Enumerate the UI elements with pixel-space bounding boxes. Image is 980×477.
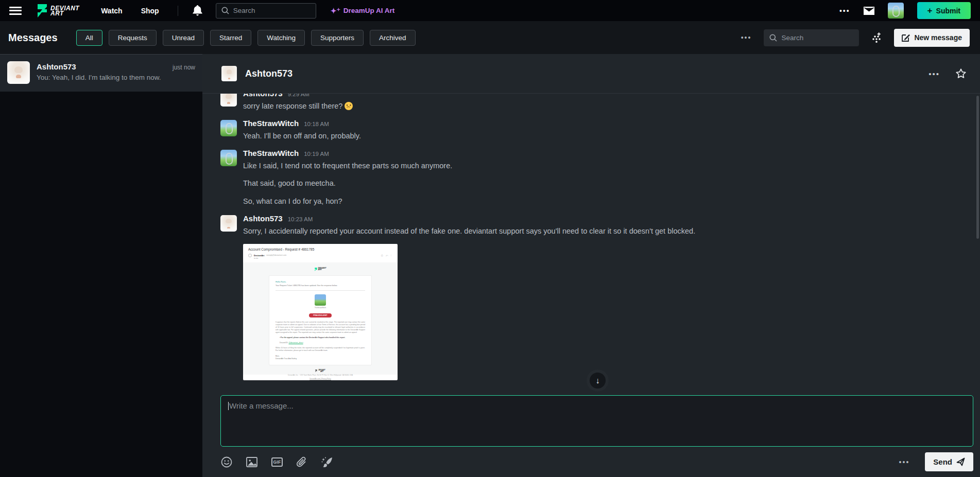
top-nav: DEVIANT ART Watch Shop ✦⁺ DreamUp AI Art… <box>0 0 980 21</box>
conversation-list: Ashton573 just now You: Yeah, I did. I'm… <box>0 54 202 477</box>
message-text: Sorry, I accidentally reported your acco… <box>243 226 810 236</box>
nav-divider <box>178 6 178 16</box>
emoji-icon[interactable] <box>221 456 232 468</box>
message-author[interactable]: TheStrawWitch <box>243 149 299 157</box>
message-avatar[interactable] <box>220 120 237 136</box>
chat-header-avatar[interactable] <box>221 66 237 81</box>
composer-placeholder: Write a message... <box>229 401 294 410</box>
email-deviantart-logo: DEVIANTART <box>243 268 398 271</box>
new-message-button[interactable]: New message <box>894 29 970 47</box>
message-composer[interactable]: Write a message... <box>220 395 973 447</box>
email-footer-address: DeviantArt, Inc. · 1747 Saint Marks Plac… <box>243 374 398 376</box>
send-plane-icon <box>956 457 965 466</box>
chat-header-name[interactable]: Ashton573 <box>245 68 293 79</box>
email-body-paragraph: It appears that the reports filed on thi… <box>276 321 365 334</box>
email-footer-links: DeviantArt.com | Privacy Policy <box>243 378 398 380</box>
filter-tab-archived[interactable]: Archived <box>370 30 416 46</box>
filter-tab-unread[interactable]: Unread <box>163 30 204 46</box>
message-text: So, what can I do for ya, hon? <box>243 197 810 206</box>
send-button[interactable]: Send <box>925 452 973 471</box>
message-text: That said, good to meetcha. <box>243 179 810 188</box>
sad-emoji-icon <box>345 102 353 110</box>
plus-icon: + <box>927 6 933 16</box>
email-greeting: Hello Rami, <box>276 280 365 283</box>
message-avatar[interactable] <box>220 150 237 166</box>
nav-link-watch[interactable]: Watch <box>101 7 122 15</box>
chat-scrollbar[interactable] <box>976 96 979 239</box>
filters-more-icon[interactable]: ••• <box>741 33 752 42</box>
conversation-item-ashton573[interactable]: Ashton573 just now You: Yeah, I did. I'm… <box>0 54 202 92</box>
message-time: 10:23 AM <box>288 216 313 222</box>
email-profile-name: TheStrawWitch <box>276 307 365 309</box>
email-discord-link: @deviantart_direct <box>288 342 303 344</box>
star-icon[interactable] <box>955 68 967 79</box>
user-avatar[interactable] <box>888 3 904 19</box>
global-search-input[interactable] <box>233 7 311 14</box>
conversation-preview: You: Yeah, I did. I'm talking to them no… <box>37 74 195 81</box>
image-icon[interactable] <box>246 457 257 467</box>
filter-tab-starred[interactable]: Starred <box>210 30 251 46</box>
email-signoff: Best,DeviantArt Trust And Safety <box>276 355 365 361</box>
email-sender-name: DeviantArt <box>254 254 264 257</box>
global-search[interactable] <box>216 3 316 19</box>
text-caret <box>228 402 229 410</box>
search-icon <box>221 7 229 14</box>
filter-tabs: All Requests Unread Starred Watching Sup… <box>76 30 416 46</box>
gif-icon[interactable]: GIF <box>271 457 283 467</box>
message-author[interactable]: Ashton573 <box>243 214 283 223</box>
sparkles-icon: ✦⁺ <box>331 7 340 15</box>
conversation-timestamp: just now <box>173 64 195 71</box>
nav-link-shop[interactable]: Shop <box>141 7 159 15</box>
menu-icon[interactable] <box>9 7 22 15</box>
message-avatar[interactable] <box>220 215 237 232</box>
messages-search-input[interactable] <box>781 34 853 42</box>
chat-panel: Ashton573 ••• Ashton573 9:29 AM sorry la… <box>202 54 980 477</box>
chat-more-icon[interactable]: ••• <box>929 69 940 78</box>
submit-button[interactable]: + Submit <box>917 2 971 19</box>
email-profile-thumbnail <box>315 294 326 306</box>
deviantart-logo[interactable]: DEVIANT ART <box>37 4 79 17</box>
message-group: TheStrawWitch 10:18 AM Yeah. I'll be on … <box>243 119 980 140</box>
deviantart-wordmark: DEVIANT ART <box>50 6 79 16</box>
composer-toolbar: GIF ••• Send <box>202 447 980 477</box>
filter-tab-all[interactable]: All <box>76 30 102 46</box>
messages-search[interactable] <box>764 29 859 46</box>
messages-envelope-icon[interactable] <box>864 7 874 15</box>
filter-tab-watching[interactable]: Watching <box>257 30 305 46</box>
filter-tab-requests[interactable]: Requests <box>109 30 157 46</box>
message-text: Yeah. I'll be on off and on, probably. <box>243 131 810 140</box>
email-discord-line: Discord ID: @deviantart_direct <box>280 342 365 344</box>
filter-tab-supporters[interactable]: Supporters <box>311 30 364 46</box>
dreamup-link[interactable]: ✦⁺ DreamUp AI Art <box>331 7 395 15</box>
notifications-bell-icon[interactable] <box>193 5 202 16</box>
messages-toolbar: Messages All Requests Unread Starred Wat… <box>0 21 980 54</box>
message-author[interactable]: Ashton573 <box>243 94 283 98</box>
attachment-paperclip-icon[interactable] <box>297 456 307 468</box>
message-group: Ashton573 9:29 AM sorry late response st… <box>243 94 980 111</box>
email-warning: Within 10 hours of filing the ticket, th… <box>276 347 365 352</box>
email-sender-avatar <box>248 254 252 257</box>
message-author[interactable]: TheStrawWitch <box>243 119 299 128</box>
email-action-icons: ⎙ ⤺ ⋮ <box>381 254 392 257</box>
stash-icon[interactable] <box>871 32 882 43</box>
message-text: sorry late response still there? <box>243 101 810 111</box>
message-avatar[interactable] <box>220 94 237 107</box>
email-intro: Your Request Ticket #4861785 has been up… <box>276 285 365 291</box>
email-footer-logo: DEVIANTART <box>243 369 398 373</box>
composer-more-icon[interactable]: ••• <box>899 458 910 466</box>
ai-brush-icon[interactable] <box>321 456 333 468</box>
message-time: 10:18 AM <box>304 121 329 127</box>
email-bullet: • For the appeal, please contact the Dev… <box>280 337 365 339</box>
email-red-status-button: FRAUDULENT <box>309 313 332 317</box>
page-title: Messages <box>8 32 58 44</box>
scroll-to-bottom-button[interactable]: ↓ <box>590 373 606 388</box>
nav-more-icon[interactable]: ••• <box>839 7 850 15</box>
message-time: 10:19 AM <box>304 151 329 157</box>
chat-header: Ashton573 ••• <box>202 54 980 94</box>
attached-image-email-screenshot[interactable]: Account Compromised - Request # 4861785 … <box>243 244 398 380</box>
message-group: Ashton573 10:23 AM Sorry, I accidentally… <box>243 214 980 380</box>
message-history[interactable]: Ashton573 9:29 AM sorry late response st… <box>202 94 980 395</box>
conversation-avatar <box>7 61 30 84</box>
conversation-name: Ashton573 <box>37 62 76 71</box>
message-time: 9:29 AM <box>288 94 310 97</box>
